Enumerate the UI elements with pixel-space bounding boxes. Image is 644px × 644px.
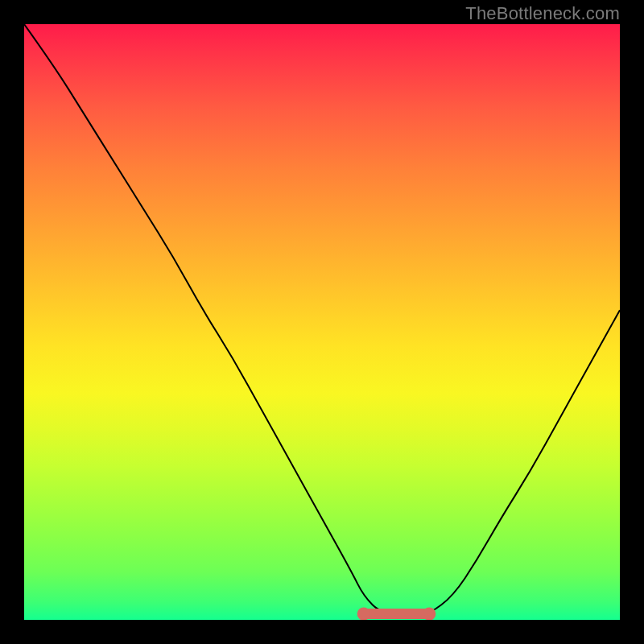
bottleneck-curve bbox=[24, 24, 620, 614]
valley-dot-left bbox=[357, 607, 370, 620]
attribution-label: TheBottleneck.com bbox=[465, 3, 620, 24]
plot-area bbox=[24, 24, 620, 620]
chart-frame: TheBottleneck.com bbox=[0, 0, 644, 644]
curve-group bbox=[24, 24, 620, 620]
valley-dot-right bbox=[423, 607, 436, 620]
bottleneck-curve-svg bbox=[24, 24, 620, 620]
